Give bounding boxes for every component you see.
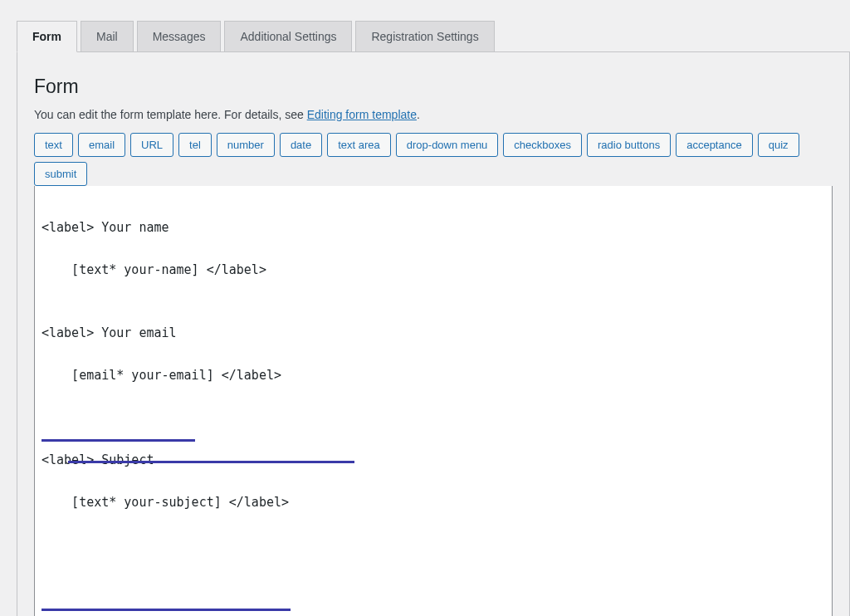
struck-block-message: <label> Your message (optional) [textare… <box>42 599 311 617</box>
tag-dropdown-button[interactable]: drop-down menu <box>396 133 499 157</box>
tab-form[interactable]: Form <box>17 21 77 52</box>
tag-url-button[interactable]: URL <box>130 133 173 157</box>
help-text: You can edit the form template here. For… <box>34 108 833 121</box>
tab-mail[interactable]: Mail <box>81 21 134 52</box>
form-template-editor[interactable]: <label> Your name [text* your-name] </la… <box>34 186 833 616</box>
tag-button-row: text email URL tel number date text area… <box>34 133 833 186</box>
tag-checkboxes-button[interactable]: checkboxes <box>503 133 582 157</box>
tab-messages[interactable]: Messages <box>137 21 222 52</box>
tag-email-button[interactable]: email <box>78 133 125 157</box>
tag-submit-button[interactable]: submit <box>34 162 87 186</box>
help-text-post: . <box>417 108 420 121</box>
tag-textarea-button[interactable]: text area <box>327 133 391 157</box>
strikethrough-annotation <box>42 439 195 442</box>
code-line: <label> Your email <box>42 323 825 345</box>
code-line: <label> Subject <box>42 450 289 472</box>
tag-tel-button[interactable]: tel <box>178 133 212 157</box>
struck-block-subject: <label> Subject [text* your-subject] </l… <box>42 429 289 578</box>
tab-additional-settings[interactable]: Additional Settings <box>224 21 352 52</box>
tag-date-button[interactable]: date <box>280 133 322 157</box>
tag-radio-button[interactable]: radio buttons <box>587 133 671 157</box>
tab-bar: Form Mail Messages Additional Settings R… <box>17 21 850 52</box>
help-text-pre: You can edit the form template here. For… <box>34 108 307 121</box>
form-panel: Form You can edit the form template here… <box>17 51 850 616</box>
code-line: [text* your-name] </label> <box>42 260 825 281</box>
code-line: [text* your-subject] </label> <box>42 492 289 514</box>
section-title: Form <box>34 76 833 98</box>
code-line: [email* your-email] </label> <box>42 365 825 387</box>
tag-number-button[interactable]: number <box>217 133 275 157</box>
help-link[interactable]: Editing form template <box>307 108 417 121</box>
tab-registration-settings[interactable]: Registration Settings <box>355 21 494 52</box>
code-line: <label> Your name <box>42 218 825 239</box>
tag-quiz-button[interactable]: quiz <box>758 133 799 157</box>
tag-acceptance-button[interactable]: acceptance <box>676 133 753 157</box>
tag-text-button[interactable]: text <box>34 133 73 157</box>
strikethrough-annotation <box>42 609 291 611</box>
